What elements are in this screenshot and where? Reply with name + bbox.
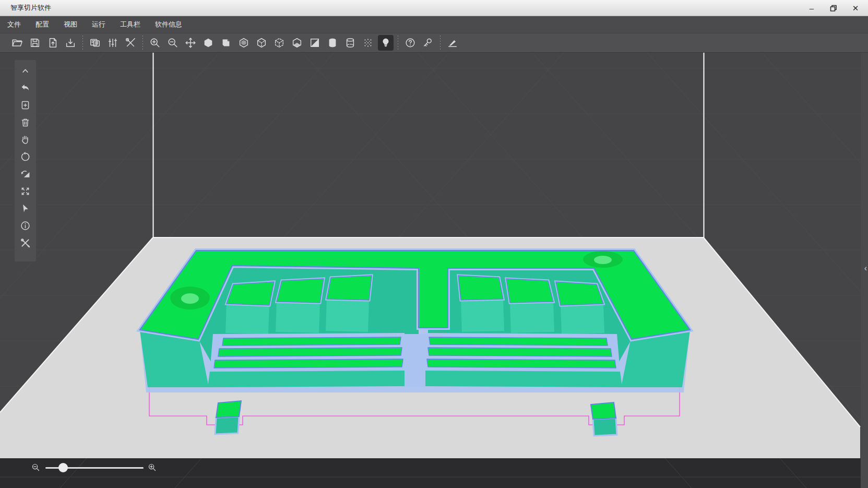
tool-settings-button[interactable] <box>122 34 139 51</box>
rotate-button[interactable] <box>17 148 34 165</box>
view-bottom-button[interactable] <box>288 34 306 51</box>
pan-button[interactable] <box>17 131 34 148</box>
annotate-button[interactable] <box>444 34 461 51</box>
model-info-button[interactable] <box>17 217 34 234</box>
undo-arrow-icon <box>20 82 31 93</box>
zoom-out-icon <box>167 37 179 49</box>
chevron-up-icon <box>20 65 31 76</box>
rotate-ccw-icon <box>20 151 31 162</box>
light-bulb-icon <box>380 37 391 49</box>
import-file-button[interactable] <box>62 34 79 51</box>
tray-download-icon <box>65 37 76 49</box>
model-tool-palette <box>15 60 36 261</box>
toolbar-separator <box>82 35 83 50</box>
expand-arrows-icon <box>20 186 31 197</box>
right-panel-toggle[interactable]: ‹ <box>864 264 867 272</box>
menu-view[interactable]: 视图 <box>56 16 85 33</box>
trash-icon <box>20 117 31 128</box>
copy-plus-icon <box>20 100 31 111</box>
collapse-palette-button[interactable] <box>17 62 34 79</box>
mirror-scale-button[interactable] <box>17 165 34 183</box>
floppy-icon <box>29 37 41 49</box>
cube-split-icon <box>309 37 320 49</box>
print-settings-button[interactable] <box>86 34 104 51</box>
view-corner-button[interactable] <box>217 34 235 51</box>
scale-triangle-icon <box>20 169 31 180</box>
menu-file[interactable]: 文件 <box>0 16 28 33</box>
menu-config[interactable]: 配置 <box>28 16 56 33</box>
settings-card-icon <box>89 37 101 49</box>
minimize-button[interactable]: – <box>804 2 819 15</box>
menu-bar: 文件 配置 视图 运行 工具栏 软件信息 <box>0 16 868 33</box>
open-file-button[interactable] <box>8 34 26 51</box>
main-toolbar: 文件加载中 87% <box>0 33 868 53</box>
save-button[interactable] <box>26 34 44 51</box>
duplicate-model-button[interactable] <box>17 97 34 114</box>
zoom-out-slider-icon[interactable] <box>31 463 40 472</box>
title-bar: 智享切片软件 – ✕ <box>0 0 868 16</box>
zoom-control <box>27 460 158 475</box>
zoom-in-button[interactable] <box>146 34 164 51</box>
lighting-toggle-button[interactable] <box>378 35 394 51</box>
zoom-in-icon <box>149 37 161 49</box>
cursor-icon <box>20 203 31 214</box>
view-open-button[interactable] <box>235 34 253 51</box>
menu-about[interactable]: 软件信息 <box>148 16 189 33</box>
delete-model-button[interactable] <box>17 114 34 131</box>
toolbar-separator <box>440 35 441 50</box>
right-bins <box>458 276 604 334</box>
move-icon <box>185 37 196 49</box>
view-cylinder-button[interactable] <box>324 34 341 51</box>
right-slots <box>425 333 622 387</box>
menu-toolbar[interactable]: 工具栏 <box>113 16 148 33</box>
window-controls: – ✕ <box>804 0 863 16</box>
view-cylinder-wire-button[interactable] <box>341 34 359 51</box>
view-dashed-button[interactable] <box>270 34 288 51</box>
zoom-out-button[interactable] <box>164 34 182 51</box>
right-panel-strip: ‹ <box>861 53 868 488</box>
restore-icon <box>830 5 837 12</box>
pen-icon <box>447 37 458 49</box>
view-points-button[interactable] <box>359 34 377 51</box>
right-boss-center <box>594 256 612 264</box>
select-button[interactable] <box>17 200 34 217</box>
cube-open-icon <box>238 37 249 49</box>
close-button[interactable]: ✕ <box>848 2 863 15</box>
view-inner-dotted-button[interactable] <box>253 34 270 51</box>
viewport-3d[interactable]: ‹ <box>0 53 868 488</box>
restore-button[interactable] <box>826 2 841 15</box>
point-cloud-icon <box>362 37 374 49</box>
sliders-icon <box>107 37 118 49</box>
key-icon <box>422 37 434 49</box>
wrench-screwdriver-icon <box>125 37 136 49</box>
cube-bottom-icon <box>291 37 303 49</box>
left-slots <box>208 333 405 387</box>
move-view-button[interactable] <box>182 34 199 51</box>
toolbar-separator <box>142 35 143 50</box>
cylinder-solid-icon <box>327 37 338 49</box>
cube-solid-icon <box>203 37 214 49</box>
info-icon <box>20 220 31 231</box>
toolbar-separator <box>398 35 398 50</box>
help-button[interactable] <box>401 34 419 51</box>
scene-canvas <box>0 53 868 488</box>
folder-open-icon <box>11 37 23 49</box>
license-key-button[interactable] <box>419 34 437 51</box>
repair-tools-button[interactable] <box>17 234 34 252</box>
export-file-button[interactable] <box>44 34 62 51</box>
parameter-settings-button[interactable] <box>104 34 122 51</box>
fit-view-button[interactable] <box>17 183 34 200</box>
menu-run[interactable]: 运行 <box>85 16 113 33</box>
file-upload-icon <box>47 37 58 49</box>
zoom-slider-thumb[interactable] <box>58 463 68 472</box>
zoom-in-slider-icon[interactable] <box>148 463 157 472</box>
crossed-tools-icon <box>20 237 31 248</box>
view-solid-button[interactable] <box>199 34 217 51</box>
cube-dotted-icon <box>256 37 267 49</box>
view-split-button[interactable] <box>306 34 324 51</box>
app-title: 智享切片软件 <box>10 3 51 13</box>
cube-dashed-icon <box>274 37 285 49</box>
left-bins <box>225 276 372 334</box>
undo-button[interactable] <box>17 79 34 97</box>
cylinder-wire-icon <box>344 37 356 49</box>
